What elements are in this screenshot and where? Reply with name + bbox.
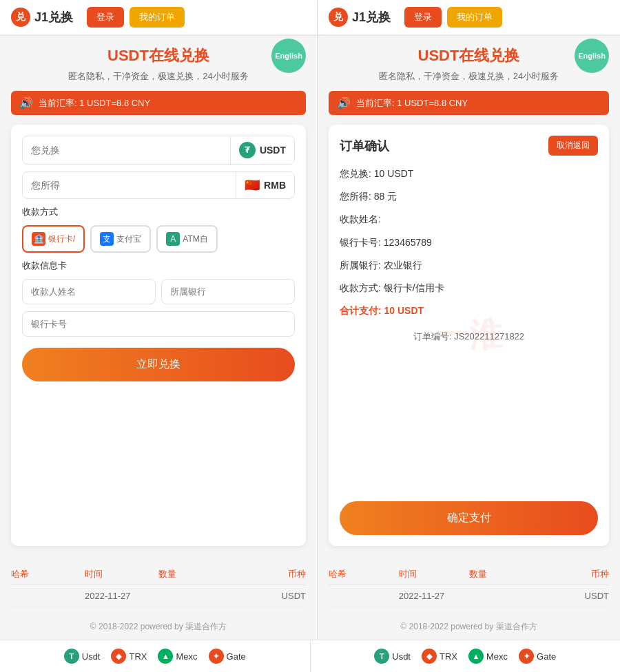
right-confirm-payment-method: 收款方式: 银行卡/信用卡 <box>340 280 598 297</box>
left-alipay-icon: 支 <box>100 232 114 246</box>
left-payment-label: 收款方式 <box>22 206 295 218</box>
left-header: 兑 J1兑换 登录 我的订单 <box>0 0 317 34</box>
left-usdt-bottom-icon: T <box>64 649 79 664</box>
left-rate-icon: 🔊 <box>19 96 33 109</box>
left-logo-icon: 兑 <box>11 8 30 27</box>
left-footer: © 2018-2022 powered by 渠道合作方 <box>0 614 317 640</box>
right-trx-bottom-label: TRX <box>440 651 457 662</box>
right-rate-text: 当前汇率: 1 USDT=8.8 CNY <box>356 97 468 109</box>
left-alipay-label: 支付宝 <box>116 233 141 245</box>
right-bottom: T Usdt ◆ TRX ▲ Mexc ✦ Gate <box>311 640 621 672</box>
left-table-section: 哈希 时间 数量 币种 2022-11-27 USDT <box>0 557 317 614</box>
right-td-time: 2022-11-27 <box>399 591 469 601</box>
left-bottom-usdt: T Usdt <box>64 649 101 664</box>
right-confirm-exchange: 您兑换: 10 USDT <box>340 165 598 182</box>
left-bank-icon: 🏦 <box>32 232 45 246</box>
left-exchange-row: ₮ USDT <box>22 136 295 165</box>
right-gate-bottom-label: Gate <box>537 651 556 662</box>
right-bottom-usdt: T Usdt <box>374 649 411 664</box>
right-rate-bar: 🔊 当前汇率: 1 USDT=8.8 CNY <box>329 91 609 115</box>
right-bottom-mexc: ▲ Mexc <box>468 649 508 664</box>
left-table-row: 2022-11-27 USDT <box>11 585 306 607</box>
left-rmb-label: RMB <box>264 180 286 191</box>
left-header-btns: 登录 我的订单 <box>87 7 185 28</box>
left-th-amount: 数量 <box>158 568 232 580</box>
left-submit-button[interactable]: 立即兑换 <box>22 348 295 381</box>
left-orders-button[interactable]: 我的订单 <box>130 7 185 28</box>
left-bank-card-button[interactable]: 🏦 银行卡/ <box>22 225 85 253</box>
right-mexc-bottom-icon: ▲ <box>468 649 484 664</box>
right-login-button[interactable]: 登录 <box>404 7 442 28</box>
right-usdt-bottom-label: Usdt <box>392 651 411 662</box>
left-atm-icon: A <box>166 232 180 246</box>
right-confirm-get: 您所得: 88 元 <box>340 188 598 205</box>
left-logo: 兑 J1兑换 <box>11 8 73 27</box>
right-usdt-bottom-icon: T <box>374 649 389 664</box>
left-form-card: ₮ USDT 🇨🇳 RMB 收款方式 <box>11 125 306 546</box>
left-td-time: 2022-11-27 <box>85 591 158 601</box>
right-footer: © 2018-2022 powered by 渠道合作方 <box>318 614 620 640</box>
right-subtitle: 匿名隐私，干净资金，极速兑换，24小时服务 <box>329 70 609 83</box>
right-confirm-title: 订单确认 <box>340 138 389 154</box>
left-rmb-flag: 🇨🇳 <box>245 178 260 193</box>
right-confirm-total: 合计支付: 10 USDT <box>340 302 598 319</box>
left-lang-button[interactable]: English <box>271 39 306 73</box>
right-trx-bottom-icon: ◆ <box>422 649 437 664</box>
left-usdt-label: USDT <box>260 145 286 156</box>
right-logo-text: J1兑换 <box>352 9 391 25</box>
left-mexc-bottom-icon: ▲ <box>158 649 173 664</box>
right-header-btns: 登录 我的订单 <box>404 7 502 28</box>
right-logo-icon: 兑 <box>329 8 348 27</box>
left-exchange-input[interactable] <box>23 138 230 162</box>
right-header: 兑 J1兑换 登录 我的订单 <box>318 0 620 34</box>
right-bottom-gate: ✦ Gate <box>519 649 556 664</box>
left-atm-label: ATM自 <box>183 233 207 245</box>
right-confirm-card: 一淮 订单确认 取消返回 您兑换: 10 USDT 您所得: 88 元 收款姓名… <box>329 125 609 546</box>
right-th-time: 时间 <box>399 568 469 580</box>
left-rate-bar: 🔊 当前汇率: 1 USDT=8.8 CNY <box>11 91 306 115</box>
right-content: USDT在线兑换 English 匿名隐私，干净资金，极速兑换，24小时服务 🔊… <box>318 34 620 557</box>
left-trx-bottom-label: TRX <box>129 651 147 662</box>
left-content: USDT在线兑换 English 匿名隐私，干净资金，极速兑换，24小时服务 🔊… <box>0 34 317 557</box>
left-name-input[interactable] <box>22 279 156 304</box>
right-lang-button[interactable]: English <box>575 39 609 73</box>
left-get-row: 🇨🇳 RMB <box>22 171 295 199</box>
right-th-currency: 币种 <box>539 568 609 580</box>
right-cancel-button[interactable]: 取消返回 <box>548 136 598 156</box>
left-td-currency: USDT <box>232 591 306 601</box>
left-bank-input[interactable] <box>161 279 295 304</box>
right-rate-icon: 🔊 <box>337 96 351 109</box>
left-bottom-mexc: ▲ Mexc <box>158 649 197 664</box>
right-bottom-trx: ◆ TRX <box>422 649 457 664</box>
right-th-hash: 哈希 <box>329 568 399 580</box>
left-title-row: USDT在线兑换 English <box>11 45 306 66</box>
left-login-button[interactable]: 登录 <box>87 7 124 28</box>
left-payment-methods: 🏦 银行卡/ 支 支付宝 A ATM自 <box>22 225 295 253</box>
left-recipient-label: 收款信息卡 <box>22 260 295 272</box>
left-bank-label: 银行卡/ <box>48 233 75 245</box>
right-page-title: USDT在线兑换 <box>418 45 520 66</box>
left-bottom-gate: ✦ Gate <box>209 649 246 664</box>
left-td-amount <box>158 591 232 601</box>
right-confirm-bank-name: 所属银行: 农业银行 <box>340 257 598 274</box>
left-gate-bottom-label: Gate <box>227 651 246 662</box>
left-card-input[interactable] <box>22 311 295 337</box>
left-get-input[interactable] <box>23 173 236 198</box>
left-rmb-currency: 🇨🇳 RMB <box>236 172 294 198</box>
left-logo-text: J1兑换 <box>34 9 73 25</box>
right-confirm-button[interactable]: 确定支付 <box>340 501 598 535</box>
left-th-time: 时间 <box>85 568 158 580</box>
right-th-amount: 数量 <box>469 568 539 580</box>
left-usdt-icon: ₮ <box>239 142 256 158</box>
left-trx-bottom-icon: ◆ <box>111 649 126 664</box>
left-alipay-button[interactable]: 支 支付宝 <box>90 225 151 253</box>
left-th-currency: 币种 <box>232 568 306 580</box>
right-confirm-bank-card: 银行卡号: 123465789 <box>340 234 598 251</box>
right-orders-button[interactable]: 我的订单 <box>447 7 502 28</box>
bottom-bar: T Usdt ◆ TRX ▲ Mexc ✦ Gate T Usdt ◆ <box>0 640 620 672</box>
right-td-amount <box>469 591 539 601</box>
right-td-currency: USDT <box>539 591 609 601</box>
left-atm-button[interactable]: A ATM自 <box>156 225 217 253</box>
left-table-header: 哈希 时间 数量 币种 <box>11 564 306 585</box>
right-order-num: 订单编号: JS202211271822 <box>340 330 598 343</box>
